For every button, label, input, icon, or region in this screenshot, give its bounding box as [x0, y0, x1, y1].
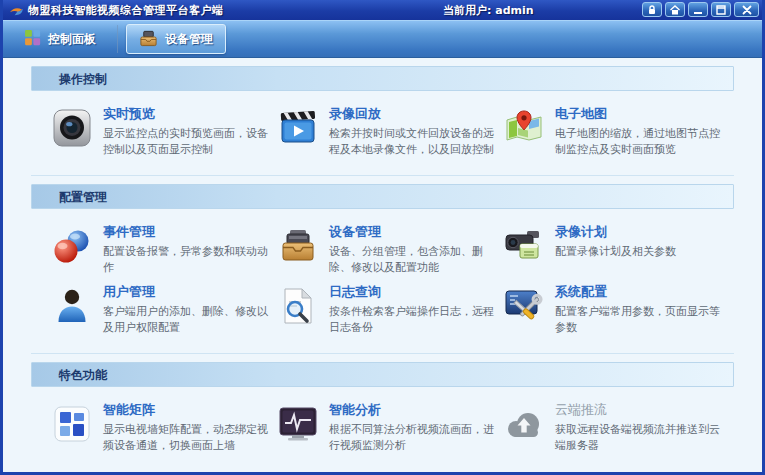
feature-item-user-management[interactable]: 用户管理 客户端用户的添加、删除、修改以及用户权限配置: [51, 283, 277, 343]
feature-desc: 根据不同算法分析视频流画面，进行视频监测分析: [329, 422, 497, 454]
feature-desc: 配置录像计划及相关参数: [555, 244, 723, 260]
system-tools-icon: [503, 285, 545, 327]
record-schedule-icon: [503, 225, 545, 267]
maximize-button[interactable]: [711, 2, 731, 17]
tab-separator: [117, 25, 118, 53]
title-bar: 物盟科技智能视频综合管理平台客户端 当前用户: admin: [3, 0, 762, 20]
section-configuration-management: 配置管理 事件管理 配置设备报警，异常参数和联动动作: [31, 184, 734, 354]
feature-item-smart-matrix[interactable]: 智能矩阵 显示电视墙矩阵配置，动态绑定视频设备通道，切换画面上墙: [51, 401, 277, 461]
section-header: 配置管理: [31, 184, 734, 209]
section-operation-control: 操作控制 实时预览 显示监控点的实时预览画面，设备控制以及页面显示控制: [31, 66, 734, 176]
device-drawer-icon: [139, 29, 158, 50]
close-button[interactable]: [734, 2, 759, 17]
section-header: 特色功能: [31, 362, 734, 387]
feature-title: 录像回放: [329, 105, 497, 123]
feature-item-realtime-preview[interactable]: 实时预览 显示监控点的实时预览画面，设备控制以及页面显示控制: [51, 105, 277, 165]
section-items: 智能矩阵 显示电视墙矩阵配置，动态绑定视频设备通道，切换画面上墙 智能分析 根据…: [31, 387, 734, 469]
app-logo-icon: [9, 4, 24, 17]
feature-item-system-config[interactable]: 系统配置 配置客户端常用参数，页面显示等参数: [503, 283, 729, 343]
window-title: 物盟科技智能视频综合管理平台客户端: [28, 3, 224, 18]
tab-label: 设备管理: [165, 31, 213, 48]
feature-item-device-management[interactable]: 设备管理 设备、分组管理，包含添加、删除、修改以及配置功能: [277, 223, 503, 283]
feature-title: 日志查询: [329, 283, 497, 301]
feature-item-electronic-map[interactable]: 电子地图 电子地图的缩放，通过地图节点控制监控点及实时画面预览: [503, 105, 729, 165]
cloud-upload-icon: [503, 403, 545, 445]
feature-title: 系统配置: [555, 283, 723, 301]
section-header: 操作控制: [31, 66, 734, 91]
feature-title: 设备管理: [329, 223, 497, 241]
lock-button[interactable]: [642, 2, 662, 17]
app-window: 物盟科技智能视频综合管理平台客户端 当前用户: admin 控制面板 设备管理: [0, 0, 765, 475]
feature-desc: 电子地图的缩放，通过地图节点控制监控点及实时画面预览: [555, 126, 723, 158]
feature-title: 实时预览: [103, 105, 271, 123]
feature-item-smart-analysis[interactable]: 智能分析 根据不同算法分析视频流画面，进行视频监测分析: [277, 401, 503, 461]
window-controls: [642, 2, 759, 17]
section-items: 实时预览 显示监控点的实时预览画面，设备控制以及页面显示控制 录像回放 检索并按…: [31, 91, 734, 173]
feature-item-record-plan[interactable]: 录像计划 配置录像计划及相关参数: [503, 223, 729, 283]
tab-label: 控制面板: [48, 31, 96, 48]
feature-desc: 显示电视墙矩阵配置，动态绑定视频设备通道，切换画面上墙: [103, 422, 271, 454]
tab-control-panel[interactable]: 控制面板: [11, 24, 109, 54]
feature-desc: 配置设备报警，异常参数和联动动作: [103, 244, 271, 276]
alarm-spheres-icon: [51, 225, 93, 267]
feature-item-cloud-streaming[interactable]: 云端推流 获取远程设备端视频流并推送到云端服务器: [503, 401, 729, 461]
feature-title: 事件管理: [103, 223, 271, 241]
feature-title: 用户管理: [103, 283, 271, 301]
main-content: 操作控制 实时预览 显示监控点的实时预览画面，设备控制以及页面显示控制: [3, 58, 762, 472]
feature-title: 智能分析: [329, 401, 497, 419]
current-user-label: 当前用户: admin: [443, 3, 534, 18]
main-toolbar: 控制面板 设备管理: [3, 20, 762, 58]
feature-item-video-playback[interactable]: 录像回放 检索并按时间或文件回放设备的远程及本地录像文件，以及回放控制: [277, 105, 503, 165]
feature-title: 电子地图: [555, 105, 723, 123]
dashboard-grid-icon: [24, 29, 41, 49]
feature-title: 录像计划: [555, 223, 723, 241]
feature-desc: 获取远程设备端视频流并推送到云端服务器: [555, 422, 723, 454]
home-button[interactable]: [665, 2, 685, 17]
feature-item-event-management[interactable]: 事件管理 配置设备报警，异常参数和联动动作: [51, 223, 277, 283]
log-search-icon: [277, 285, 319, 327]
feature-item-log-query[interactable]: 日志查询 按条件检索客户端操作日志，远程日志备份: [277, 283, 503, 343]
tab-device-management[interactable]: 设备管理: [126, 24, 226, 54]
map-pin-icon: [503, 107, 545, 149]
section-items: 事件管理 配置设备报警，异常参数和联动动作 设备管理 设备、分组管理，包含添加、…: [31, 209, 734, 351]
feature-desc: 配置客户端常用参数，页面显示等参数: [555, 304, 723, 336]
user-icon: [51, 285, 93, 327]
feature-desc: 显示监控点的实时预览画面，设备控制以及页面显示控制: [103, 126, 271, 158]
feature-title: 智能矩阵: [103, 401, 271, 419]
matrix-grid-icon: [51, 403, 93, 445]
device-drawer-icon: [277, 225, 319, 267]
feature-desc: 按条件检索客户端操作日志，远程日志备份: [329, 304, 497, 336]
feature-desc: 设备、分组管理，包含添加、删除、修改以及配置功能: [329, 244, 497, 276]
feature-desc: 检索并按时间或文件回放设备的远程及本地录像文件，以及回放控制: [329, 126, 497, 158]
webcam-icon: [51, 107, 93, 149]
feature-title: 云端推流: [555, 401, 723, 419]
minimize-button[interactable]: [688, 2, 708, 17]
waveform-analysis-icon: [277, 403, 319, 445]
section-special-features: 特色功能 智能矩阵 显示电视墙矩阵配置，动态绑定视频设备通道，切换画面上墙: [31, 362, 734, 469]
video-playback-icon: [277, 107, 319, 149]
feature-desc: 客户端用户的添加、删除、修改以及用户权限配置: [103, 304, 271, 336]
